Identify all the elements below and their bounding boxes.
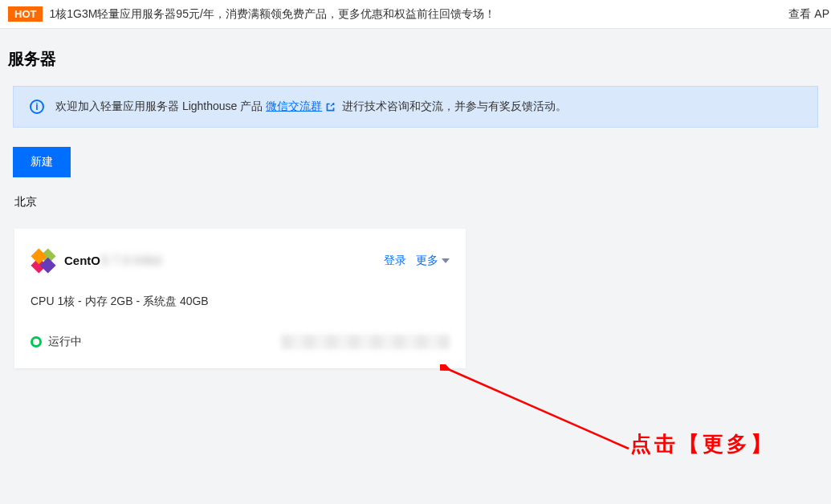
view-api-link[interactable]: 查看 AP — [788, 7, 829, 22]
page-title: 服务器 — [0, 29, 831, 86]
status-indicator: 运行中 — [31, 335, 82, 349]
hot-badge: HOT — [8, 6, 43, 22]
os-info: CentOS 7.6 64bit — [31, 248, 162, 274]
annotation-text: 点击【更多】 — [630, 430, 775, 458]
info-alert: i 欢迎加入轻量应用服务器 Lighthouse 产品 微信交流群 进行技术咨询… — [13, 86, 818, 128]
card-actions: 登录 更多 — [384, 254, 450, 268]
info-icon: i — [30, 100, 44, 114]
banner-text: 1核1G3M轻量应用服务器95元/年，消费满额领免费产品，更多优惠和权益前往回馈… — [49, 7, 495, 22]
card-header: CentOS 7.6 64bit 登录 更多 — [31, 248, 450, 274]
alert-text-pre: 欢迎加入轻量应用服务器 Lighthouse 产品 — [55, 100, 266, 112]
status-row: 运行中 — [31, 335, 450, 349]
login-button[interactable]: 登录 — [384, 254, 406, 268]
wechat-group-link[interactable]: 微信交流群 — [266, 100, 322, 112]
new-button[interactable]: 新建 — [13, 147, 71, 177]
redacted-ip — [281, 335, 450, 349]
chevron-down-icon — [442, 258, 450, 263]
annotation-arrow — [440, 364, 649, 461]
status-running-icon — [31, 336, 42, 348]
promo-banner: HOT 1核1G3M轻量应用服务器95元/年，消费满额领免费产品，更多优惠和权益… — [0, 0, 831, 29]
server-card[interactable]: CentOS 7.6 64bit 登录 更多 CPU 1核 - 内存 2GB -… — [14, 229, 466, 368]
svg-line-5 — [448, 369, 629, 449]
spec-line: CPU 1核 - 内存 2GB - 系统盘 40GB — [31, 295, 450, 309]
more-label: 更多 — [416, 254, 438, 268]
alert-text-post: 进行技术咨询和交流，并参与有奖反馈活动。 — [339, 100, 567, 112]
centos-icon — [31, 248, 56, 274]
region-label: 北京 — [14, 195, 818, 209]
os-name: CentOS 7.6 64bit — [64, 254, 162, 268]
status-text: 运行中 — [48, 335, 82, 349]
alert-content: 欢迎加入轻量应用服务器 Lighthouse 产品 微信交流群 进行技术咨询和交… — [55, 100, 567, 114]
more-button[interactable]: 更多 — [416, 254, 450, 268]
banner-left: HOT 1核1G3M轻量应用服务器95元/年，消费满额领免费产品，更多优惠和权益… — [8, 6, 495, 22]
external-link-icon — [325, 102, 336, 112]
